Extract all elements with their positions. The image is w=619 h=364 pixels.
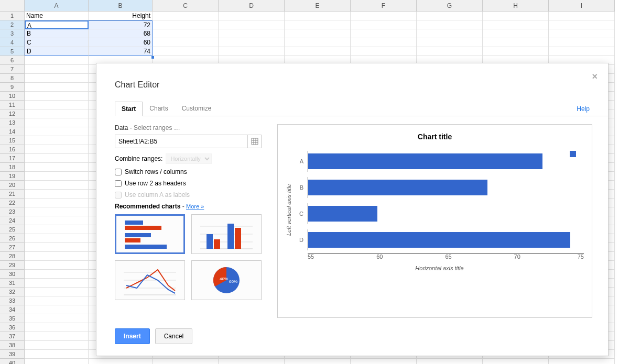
row-header-13[interactable]: 13	[0, 118, 25, 127]
cell-D2[interactable]	[219, 20, 285, 29]
cell-A17[interactable]	[25, 154, 89, 163]
cell-A30[interactable]	[25, 270, 89, 279]
row-header-30[interactable]: 30	[0, 270, 25, 279]
row-header-36[interactable]: 36	[0, 323, 25, 332]
cell-I2[interactable]	[549, 20, 615, 29]
cancel-button[interactable]: Cancel	[155, 328, 192, 344]
cell-C2[interactable]	[153, 20, 219, 29]
row-header-16[interactable]: 16	[0, 145, 25, 154]
insert-button[interactable]: Insert	[115, 328, 150, 344]
row-header-12[interactable]: 12	[0, 109, 25, 118]
cell-E40[interactable]	[285, 359, 351, 364]
row-header-37[interactable]: 37	[0, 332, 25, 341]
cell-E4[interactable]	[285, 38, 351, 47]
cell-A37[interactable]	[25, 332, 89, 341]
cell-A20[interactable]	[25, 181, 89, 190]
row-header-34[interactable]: 34	[0, 305, 25, 314]
cell-A23[interactable]	[25, 207, 89, 216]
thumb-line[interactable]	[115, 260, 185, 300]
row-header-26[interactable]: 26	[0, 234, 25, 243]
row-header-18[interactable]: 18	[0, 163, 25, 172]
col-header-E[interactable]: E	[285, 0, 351, 12]
cell-C4[interactable]	[153, 38, 219, 47]
col-header-H[interactable]: H	[483, 0, 549, 12]
row-header-21[interactable]: 21	[0, 190, 25, 198]
cell-A7[interactable]	[25, 65, 89, 74]
row-header-11[interactable]: 11	[0, 101, 25, 109]
cell-A35[interactable]	[25, 314, 89, 323]
cell-A24[interactable]	[25, 216, 89, 225]
col-header-A[interactable]: A	[25, 0, 89, 12]
cell-A38[interactable]	[25, 341, 89, 350]
cell-A4[interactable]: C	[25, 38, 89, 47]
cell-A28[interactable]	[25, 252, 89, 261]
row-header-20[interactable]: 20	[0, 181, 25, 190]
cell-G2[interactable]	[417, 20, 483, 29]
cell-C1[interactable]	[153, 12, 219, 20]
row-header-15[interactable]: 15	[0, 136, 25, 145]
cell-A10[interactable]	[25, 92, 89, 101]
cell-A39[interactable]	[25, 350, 89, 359]
cell-A5[interactable]: D	[25, 47, 89, 56]
cell-B3[interactable]: 68	[89, 29, 153, 38]
row-header-27[interactable]: 27	[0, 243, 25, 252]
cell-A32[interactable]	[25, 288, 89, 296]
cell-H2[interactable]	[483, 20, 549, 29]
cell-A27[interactable]	[25, 243, 89, 252]
cell-C5[interactable]	[153, 47, 219, 56]
thumb-bar-horizontal[interactable]	[115, 214, 185, 254]
row-header-23[interactable]: 23	[0, 207, 25, 216]
row-header-32[interactable]: 32	[0, 288, 25, 296]
row-header-2[interactable]: 2	[0, 20, 25, 29]
row-header-35[interactable]: 35	[0, 314, 25, 323]
cell-A25[interactable]	[25, 225, 89, 234]
combine-select[interactable]: Horizontally	[166, 153, 212, 164]
cell-D40[interactable]	[219, 359, 285, 364]
cell-F40[interactable]	[351, 359, 417, 364]
cell-A33[interactable]	[25, 296, 89, 305]
row-header-1[interactable]: 1	[0, 12, 25, 20]
row-header-5[interactable]: 5	[0, 47, 25, 56]
col-header-C[interactable]: C	[153, 0, 219, 12]
col-header-I[interactable]: I	[549, 0, 615, 12]
row-header-25[interactable]: 25	[0, 225, 25, 234]
cell-A6[interactable]	[25, 56, 89, 65]
tab-start[interactable]: Start	[115, 102, 143, 116]
cell-F2[interactable]	[351, 20, 417, 29]
cell-E3[interactable]	[285, 29, 351, 38]
row-header-38[interactable]: 38	[0, 341, 25, 350]
cell-A16[interactable]	[25, 145, 89, 154]
row-header-28[interactable]: 28	[0, 252, 25, 261]
cell-A15[interactable]	[25, 136, 89, 145]
cell-H5[interactable]	[483, 47, 549, 56]
use-colA-checkbox[interactable]	[115, 192, 122, 198]
cell-I40[interactable]	[549, 359, 615, 364]
row-header-9[interactable]: 9	[0, 83, 25, 92]
row-header-40[interactable]: 40	[0, 359, 25, 364]
cell-G1[interactable]	[417, 12, 483, 20]
cell-I4[interactable]	[549, 38, 615, 47]
row-header-19[interactable]: 19	[0, 172, 25, 181]
row-header-10[interactable]: 10	[0, 92, 25, 101]
cell-G5[interactable]	[417, 47, 483, 56]
switch-rows-checkbox[interactable]	[115, 169, 122, 175]
cell-A1[interactable]: Name	[25, 12, 89, 20]
tab-customize[interactable]: Customize	[175, 101, 219, 116]
cell-G40[interactable]	[417, 359, 483, 364]
row-header-33[interactable]: 33	[0, 296, 25, 305]
cell-E1[interactable]	[285, 12, 351, 20]
row-header-3[interactable]: 3	[0, 29, 25, 38]
cell-H3[interactable]	[483, 29, 549, 38]
cell-A36[interactable]	[25, 323, 89, 332]
cell-D5[interactable]	[219, 47, 285, 56]
cell-A8[interactable]	[25, 74, 89, 83]
row-header-39[interactable]: 39	[0, 350, 25, 359]
cell-A18[interactable]	[25, 163, 89, 172]
cell-I3[interactable]	[549, 29, 615, 38]
cell-H40[interactable]	[483, 359, 549, 364]
close-icon[interactable]: ×	[592, 71, 598, 82]
help-link[interactable]: Help	[577, 102, 590, 116]
cell-A19[interactable]	[25, 172, 89, 181]
cell-A21[interactable]	[25, 190, 89, 198]
cell-H1[interactable]	[483, 12, 549, 20]
